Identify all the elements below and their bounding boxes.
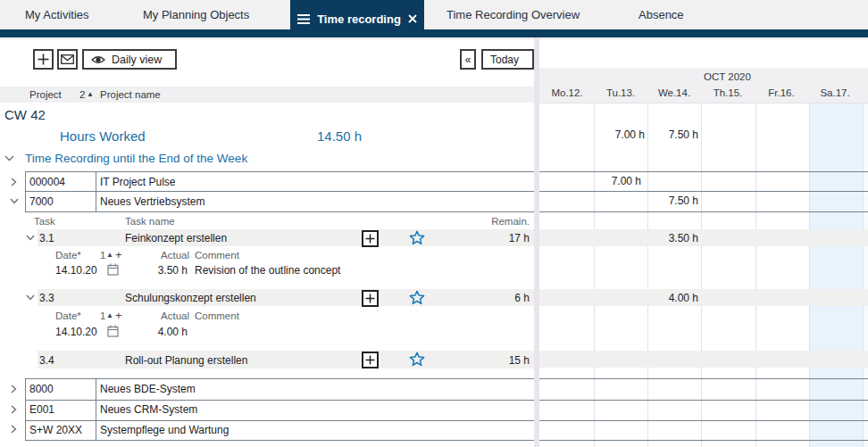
day-header-sa[interactable]: Sa.17. xyxy=(808,87,862,98)
mail-button[interactable] xyxy=(57,49,78,70)
entry-actual-hours[interactable]: 3.50 h xyxy=(134,264,188,277)
expand-project-8000-icon[interactable] xyxy=(11,385,17,393)
favorite-star-icon[interactable] xyxy=(409,230,425,245)
task-code: 3.3 xyxy=(39,292,54,304)
add-entry-icon[interactable]: + xyxy=(115,248,122,261)
tab-time-recording-overview[interactable]: Time Recording Overview xyxy=(447,0,580,29)
project-name[interactable]: IT Project Pulse xyxy=(100,176,175,188)
row-border xyxy=(96,171,96,212)
project-name[interactable]: Systempflege und Wartung xyxy=(100,424,229,436)
favorite-star-icon[interactable] xyxy=(409,290,425,305)
project-id[interactable]: E001 xyxy=(29,403,54,416)
grid-row-line xyxy=(539,400,868,401)
row-border xyxy=(25,378,26,441)
task-row-3-4[interactable] xyxy=(38,351,534,368)
project-id[interactable]: S+W 20XX xyxy=(29,424,82,436)
tab-bar xyxy=(0,0,868,29)
column-comment[interactable]: Comment xyxy=(195,310,239,321)
add-button[interactable] xyxy=(33,49,54,70)
row-border xyxy=(25,171,26,212)
day-header-we[interactable]: We.14. xyxy=(647,87,701,98)
today-button[interactable]: Today xyxy=(481,49,534,70)
task-code: 3.1 xyxy=(39,232,54,244)
entry-date[interactable]: 14.10.20 xyxy=(55,264,97,277)
column-project-name[interactable]: Project name xyxy=(100,89,161,100)
tab-absence[interactable]: Absence xyxy=(638,0,684,29)
task-code: 3.4 xyxy=(39,354,54,367)
row-border xyxy=(25,211,534,212)
column-comment[interactable]: Comment xyxy=(195,250,239,261)
day-header-tu[interactable]: Tu.13. xyxy=(594,87,647,98)
hours-worked-label: Hours Worked xyxy=(60,128,146,144)
hours-worked-tu-value: 7.00 h xyxy=(595,128,645,141)
column-task[interactable]: Task xyxy=(34,216,55,227)
entry-date[interactable]: 14.10.20 xyxy=(55,326,97,338)
task-row-3-3[interactable] xyxy=(38,289,534,306)
previous-period-button[interactable]: « xyxy=(460,49,476,70)
tab-time-recording-label: Time recording xyxy=(317,12,401,26)
row-border xyxy=(25,378,534,379)
favorite-star-icon[interactable] xyxy=(409,352,425,367)
expand-project-sw20xx-icon[interactable] xyxy=(11,425,17,434)
tab-bar-accent-strip xyxy=(0,29,868,37)
calendar-icon[interactable] xyxy=(107,263,119,276)
column-actual[interactable]: Actual xyxy=(136,250,189,261)
collapse-task-3-1-icon[interactable] xyxy=(26,235,35,241)
expand-project-e001-icon[interactable] xyxy=(11,405,17,414)
add-time-entry-button[interactable] xyxy=(362,290,379,307)
panel-splitter[interactable] xyxy=(534,37,539,447)
sort-order-number[interactable]: 2 xyxy=(79,89,85,100)
column-date[interactable]: Date* xyxy=(55,310,81,321)
section-collapse-icon[interactable] xyxy=(4,155,14,161)
content-divider xyxy=(0,38,868,39)
task-row-3-1[interactable] xyxy=(38,229,534,246)
hours-worked-we-value: 7.50 h xyxy=(648,128,698,141)
grid-column-line xyxy=(701,103,702,447)
calendar-icon[interactable] xyxy=(107,325,119,337)
add-time-entry-button[interactable] xyxy=(362,352,379,368)
hamburger-menu-icon[interactable] xyxy=(297,14,310,24)
entry-comment[interactable]: Revision of the outline concept xyxy=(195,264,340,277)
grid-task-row-strip xyxy=(539,351,868,368)
tab-my-planning-objects[interactable]: My Planning Objects xyxy=(143,0,249,29)
project-id[interactable]: 000004 xyxy=(29,176,65,188)
entry-actual-hours[interactable]: 4.00 h xyxy=(134,326,188,338)
grid-row-line xyxy=(539,378,868,379)
collapse-project-7000-icon[interactable] xyxy=(10,198,19,204)
tab-my-activities[interactable]: My Activities xyxy=(25,0,89,29)
row-border xyxy=(25,440,534,441)
grid-row-line xyxy=(539,420,868,421)
entry-sort-number[interactable]: 1 xyxy=(100,310,105,321)
section-title: Time Recording until the End of the Week xyxy=(25,152,247,165)
add-time-entry-button[interactable] xyxy=(362,230,379,247)
column-date[interactable]: Date* xyxy=(55,250,81,261)
project-id[interactable]: 7000 xyxy=(29,195,54,208)
row-border xyxy=(25,191,534,192)
add-entry-icon[interactable]: + xyxy=(115,309,122,322)
expand-project-000004-icon[interactable] xyxy=(11,178,17,186)
column-project[interactable]: Project xyxy=(29,89,62,100)
column-remaining[interactable]: Remain. xyxy=(467,216,530,227)
column-task-name[interactable]: Task name xyxy=(125,216,175,227)
project-name[interactable]: Neues BDE-System xyxy=(100,383,196,395)
view-mode-select[interactable]: Daily view xyxy=(82,49,177,70)
calendar-month-label: OCT 2020 xyxy=(539,71,868,82)
column-actual[interactable]: Actual xyxy=(136,310,189,321)
grid-task-row-strip xyxy=(539,229,868,246)
grid-row-line xyxy=(539,191,868,192)
task-3-3-we-value: 4.00 h xyxy=(648,292,698,304)
tab-time-recording[interactable]: Time recording xyxy=(290,0,424,37)
day-header-fr[interactable]: Fr.16. xyxy=(755,87,808,98)
project-name[interactable]: Neues Vertriebsystem xyxy=(100,195,204,208)
eye-icon xyxy=(91,55,105,64)
project-id[interactable]: 8000 xyxy=(29,383,54,395)
collapse-task-3-3-icon[interactable] xyxy=(26,294,35,301)
day-header-th[interactable]: Th.15. xyxy=(701,87,755,98)
project-name[interactable]: Neues CRM-System xyxy=(100,403,197,416)
close-tab-icon[interactable] xyxy=(408,14,417,23)
day-header-mo[interactable]: Mo.12. xyxy=(540,87,594,98)
grid-row-line xyxy=(539,211,868,212)
entry-sort-number[interactable]: 1 xyxy=(100,250,105,261)
grid-column-line xyxy=(809,103,810,447)
grid-column-line xyxy=(863,103,864,447)
